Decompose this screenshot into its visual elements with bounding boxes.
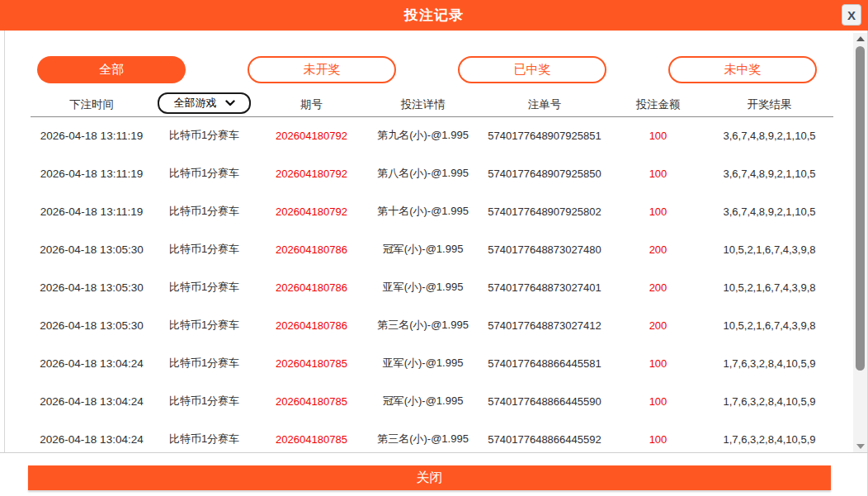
cell-bet-detail: 亚军(小)-@1.995 — [367, 280, 479, 295]
footer-divider — [0, 452, 868, 453]
cell-draw-result: 1,7,6,3,2,8,4,10,5,9 — [705, 433, 833, 446]
cell-draw-result: 3,6,7,4,8,9,2,1,10,5 — [705, 205, 833, 218]
cell-order-number: 5740177648873027412 — [479, 319, 611, 332]
cell-order-number: 5740177648866445581 — [479, 357, 611, 370]
cell-bet-detail: 第十名(小)-@1.995 — [367, 204, 479, 219]
cell-bet-detail: 亚军(小)-@1.995 — [367, 356, 479, 371]
cell-draw-result: 3,6,7,4,8,9,2,1,10,5 — [705, 168, 833, 180]
cell-bet-amount: 100 — [611, 433, 705, 446]
cell-game-name: 比特币1分赛车 — [153, 204, 256, 219]
header-bet-amount: 投注金额 — [611, 97, 705, 112]
header-draw-result: 开奖结果 — [705, 97, 833, 112]
cell-order-number: 5740177648907925850 — [479, 168, 611, 180]
scroll-down-arrow-icon[interactable] — [853, 441, 867, 452]
cell-bet-detail: 冠军(小)-@1.995 — [367, 242, 479, 257]
panel-left-border — [4, 31, 5, 452]
table-row: 2026-04-18 13:05:30 比特币1分赛车 202604180786… — [31, 268, 833, 306]
table-row: 2026-04-18 13:11:19 比特币1分赛车 202604180792… — [31, 154, 833, 192]
cell-draw-result: 3,6,7,4,8,9,2,1,10,5 — [705, 130, 833, 142]
cell-bet-time: 2026-04-18 13:05:30 — [31, 243, 153, 256]
header-game-cell: 全部游戏 — [153, 94, 256, 116]
table-row: 2026-04-18 13:04:24 比特币1分赛车 202604180785… — [31, 420, 833, 451]
cell-draw-result: 1,7,6,3,2,8,4,10,5,9 — [705, 395, 833, 408]
cell-game-name: 比特币1分赛车 — [153, 394, 256, 409]
cell-bet-amount: 200 — [611, 243, 705, 256]
cell-draw-result: 10,5,2,1,6,7,4,3,9,8 — [705, 243, 833, 256]
cell-order-number: 5740177648866445590 — [479, 395, 611, 408]
cell-game-name: 比特币1分赛车 — [153, 318, 256, 333]
cell-bet-detail: 第八名(小)-@1.995 — [367, 166, 479, 181]
cell-bet-time: 2026-04-18 13:04:24 — [31, 357, 153, 370]
cell-bet-amount: 100 — [611, 130, 705, 142]
cell-bet-detail: 第三名(小)-@1.995 — [367, 318, 479, 333]
filter-tab-undrawn[interactable]: 未开奖 — [248, 56, 396, 83]
cell-game-name: 比特币1分赛车 — [153, 280, 256, 295]
cell-game-name: 比特币1分赛车 — [153, 356, 256, 371]
cell-game-name: 比特币1分赛车 — [153, 128, 256, 143]
cell-bet-time: 2026-04-18 13:11:19 — [31, 205, 153, 218]
table-row: 2026-04-18 13:11:19 比特币1分赛车 202604180792… — [31, 192, 833, 230]
filter-tab-all[interactable]: 全部 — [37, 56, 186, 83]
cell-period-number: 202604180786 — [256, 243, 367, 256]
cell-period-number: 202604180785 — [256, 357, 367, 370]
cell-order-number: 5740177648873027401 — [479, 281, 611, 294]
close-button[interactable]: 关闭 — [28, 465, 831, 490]
cell-bet-amount: 100 — [611, 168, 705, 180]
betting-records-modal: 投注记录 X 全部 未开奖 已中奖 未中奖 下注时间 全部游戏 期号 投注详情 … — [0, 0, 868, 496]
cell-bet-time: 2026-04-18 13:11:19 — [31, 130, 153, 142]
cell-order-number: 5740177648866445592 — [479, 433, 611, 446]
table-body: 2026-04-18 13:11:19 比特币1分赛车 202604180792… — [31, 116, 833, 451]
cell-bet-time: 2026-04-18 13:05:30 — [31, 319, 153, 332]
filter-tab-lost[interactable]: 未中奖 — [668, 56, 817, 83]
modal-titlebar: 投注记录 — [0, 0, 868, 31]
game-select-dropdown[interactable]: 全部游戏 — [158, 92, 251, 114]
chevron-down-icon — [225, 100, 235, 106]
cell-order-number: 5740177648907925802 — [479, 205, 611, 218]
cell-period-number: 202604180785 — [256, 395, 367, 408]
cell-period-number: 202604180792 — [256, 205, 367, 218]
cell-bet-time: 2026-04-18 13:04:24 — [31, 433, 153, 446]
scroll-up-arrow-icon[interactable] — [853, 33, 867, 45]
cell-game-name: 比特币1分赛车 — [153, 432, 256, 446]
table-row: 2026-04-18 13:04:24 比特币1分赛车 202604180785… — [31, 344, 833, 382]
cell-period-number: 202604180786 — [256, 281, 367, 294]
cell-bet-detail: 第三名(小)-@1.995 — [367, 432, 479, 446]
cell-period-number: 202604180792 — [256, 130, 367, 142]
cell-game-name: 比特币1分赛车 — [153, 166, 256, 181]
cell-bet-time: 2026-04-18 13:04:24 — [31, 395, 153, 408]
filter-tab-won[interactable]: 已中奖 — [458, 56, 606, 83]
cell-period-number: 202604180786 — [256, 319, 367, 332]
header-bet-detail: 投注详情 — [367, 97, 479, 112]
cell-bet-time: 2026-04-18 13:11:19 — [31, 168, 153, 180]
table-row: 2026-04-18 13:05:30 比特币1分赛车 202604180786… — [31, 306, 833, 344]
table-row: 2026-04-18 13:05:30 比特币1分赛车 202604180786… — [31, 230, 833, 268]
cell-period-number: 202604180785 — [256, 433, 367, 446]
scrollbar-thumb[interactable] — [856, 46, 865, 371]
header-period: 期号 — [256, 97, 367, 112]
cell-bet-amount: 100 — [611, 205, 705, 218]
vertical-scrollbar[interactable] — [853, 33, 867, 452]
table-row: 2026-04-18 13:11:19 比特币1分赛车 202604180792… — [31, 116, 833, 154]
cell-draw-result: 10,5,2,1,6,7,4,3,9,8 — [705, 281, 833, 294]
cell-bet-amount: 200 — [611, 319, 705, 332]
cell-bet-amount: 100 — [611, 395, 705, 408]
modal-title: 投注记录 — [0, 0, 868, 31]
close-x-button[interactable]: X — [842, 4, 861, 26]
cell-bet-amount: 200 — [611, 281, 705, 294]
header-order-no: 注单号 — [479, 97, 611, 112]
cell-order-number: 5740177648907925851 — [479, 130, 611, 142]
cell-order-number: 5740177648873027480 — [479, 243, 611, 256]
header-bet-time: 下注时间 — [31, 97, 153, 112]
cell-draw-result: 10,5,2,1,6,7,4,3,9,8 — [705, 319, 833, 332]
table-header-row: 下注时间 全部游戏 期号 投注详情 注单号 投注金额 开奖结果 — [31, 92, 833, 117]
cell-game-name: 比特币1分赛车 — [153, 242, 256, 257]
game-select-value: 全部游戏 — [174, 96, 217, 111]
cell-period-number: 202604180792 — [256, 168, 367, 180]
table-row: 2026-04-18 13:04:24 比特币1分赛车 202604180785… — [31, 382, 833, 420]
cell-bet-detail: 冠军(小)-@1.995 — [367, 394, 479, 409]
cell-bet-detail: 第九名(小)-@1.995 — [367, 128, 479, 143]
cell-bet-time: 2026-04-18 13:05:30 — [31, 281, 153, 294]
cell-bet-amount: 100 — [611, 357, 705, 370]
cell-draw-result: 1,7,6,3,2,8,4,10,5,9 — [705, 357, 833, 370]
